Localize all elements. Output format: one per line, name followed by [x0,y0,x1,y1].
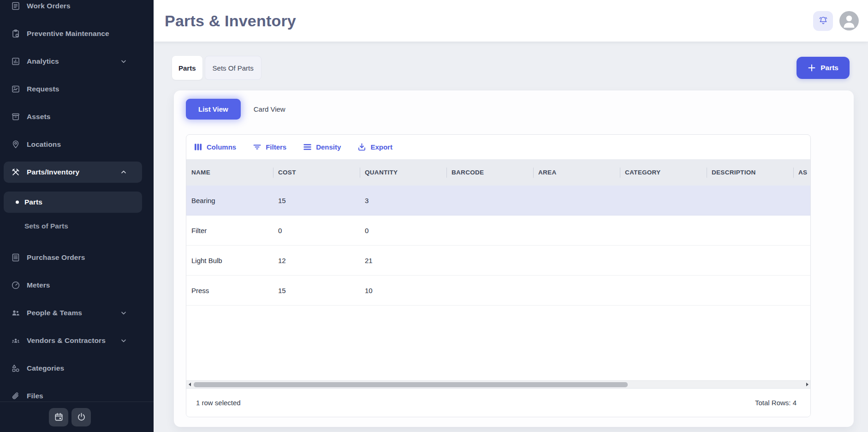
preventive-maintenance-icon [11,29,20,38]
cell-cost: 15 [273,287,360,294]
density-button[interactable]: Density [303,143,341,151]
sidebar-item-meters[interactable]: Meters [0,271,154,299]
table-header-row: NAME COST QUANTITY BARCODE AREA CATEGORY… [186,159,810,186]
sidebar-item-label: Meters [27,281,50,289]
chevron-down-icon [120,58,127,65]
column-header-cost[interactable]: COST [273,159,360,186]
header-actions [813,11,859,31]
cell-name: Press [186,287,273,294]
locations-icon [11,140,20,149]
requests-icon [11,84,20,94]
sidebar-item-analytics[interactable]: Analytics [0,48,154,75]
column-header-area[interactable]: AREA [533,159,620,186]
sidebar-item-assets[interactable]: Assets [0,103,154,131]
scrollbar-thumb[interactable] [194,382,628,387]
download-icon [357,143,366,151]
tab-label: Sets Of Parts [213,64,254,72]
list-view-button[interactable]: List View [186,99,241,120]
sidebar-item-people-teams[interactable]: People & Teams [0,299,154,327]
column-header-barcode[interactable]: BARCODE [446,159,533,186]
chevron-up-icon [120,168,127,176]
sidebar-item-locations[interactable]: Locations [0,131,154,158]
sidebar-item-label: Categories [27,364,64,372]
sidebar-item-vendors-contractors[interactable]: Vendors & Contractors [0,327,154,354]
density-label: Density [316,143,341,151]
horizontal-scrollbar [186,380,810,388]
sidebar-item-label: People & Teams [27,309,82,317]
tabs-row: Parts Sets Of Parts Parts [172,56,850,80]
filters-label: Filters [266,143,286,151]
tab-parts[interactable]: Parts [172,56,202,80]
table-body: Bearing 15 3 Filter 0 0 [186,186,810,306]
analytics-icon [11,57,20,66]
categories-icon [11,364,20,373]
assets-icon [11,112,20,121]
main-area: Parts & Inventory Parts Sets Of Parts [154,0,868,432]
power-button[interactable] [71,408,91,426]
parts-inventory-icon [11,168,20,177]
active-bullet-icon [16,201,19,204]
sidebar-item-requests[interactable]: Requests [0,75,154,103]
files-icon [11,391,20,401]
cell-cost: 12 [273,257,360,264]
sidebar-item-label: Assets [27,113,50,121]
sidebar-item-label: Preventive Maintenance [27,30,109,38]
scroll-right-arrow[interactable] [804,381,810,389]
column-header-asset-clipped[interactable]: AS [793,159,811,186]
sidebar-item-sets-of-parts[interactable]: Sets of Parts [0,216,154,236]
calendar-button[interactable] [49,408,68,426]
total-rows: Total Rows: 4 [755,399,797,407]
grid-footer: 1 row selected Total Rows: 4 [186,388,810,417]
sidebar-item-categories[interactable]: Categories [0,354,154,382]
sidebar-item-parts-inventory[interactable]: Parts/Inventory [4,162,142,183]
work-orders-icon [11,1,20,11]
page-title: Parts & Inventory [165,12,296,30]
columns-label: Columns [207,143,236,151]
meters-icon [11,281,20,290]
column-header-name[interactable]: NAME [186,159,273,186]
sidebar-footer [0,402,154,432]
cell-cost: 0 [273,227,360,234]
cell-quantity: 10 [360,287,446,294]
table-row-bearing[interactable]: Bearing 15 3 [186,186,810,216]
scrollbar-track[interactable] [193,381,804,389]
sidebar-item-label: Requests [27,85,59,93]
grid-toolbar: Columns Filters Density [186,135,810,159]
table-row-light-bulb[interactable]: Light Bulb 12 21 [186,246,810,276]
sidebar-item-label: Parts/Inventory [27,168,79,176]
parts-card: List View Card View Columns [174,90,854,427]
sidebar-item-parts[interactable]: Parts [4,192,142,213]
table-row-press[interactable]: Press 15 10 [186,276,810,306]
scroll-left-arrow[interactable] [186,381,193,389]
sidebar-item-purchase-orders[interactable]: Purchase Orders [0,244,154,271]
empty-rows-area [186,306,810,380]
person-icon [839,11,859,30]
add-button-label: Parts [820,64,838,72]
parts-data-grid: Columns Filters Density [186,134,811,417]
sidebar-item-label: Parts [24,198,42,206]
user-avatar[interactable] [839,11,859,30]
cell-name: Filter [186,227,273,234]
cell-cost: 15 [273,197,360,204]
tab-sets-of-parts[interactable]: Sets Of Parts [205,56,262,80]
sidebar-item-label: Files [27,392,43,400]
selection-status: 1 row selected [196,399,241,407]
export-button[interactable]: Export [357,143,392,151]
chevron-down-icon [120,337,127,344]
sidebar-item-label: Vendors & Contractors [27,336,106,345]
filters-button[interactable]: Filters [253,143,286,151]
column-header-description[interactable]: DESCRIPTION [707,159,793,186]
sidebar-nav: Work Orders Preventive Maintenance Analy… [0,0,154,410]
card-view-button[interactable]: Card View [241,99,298,120]
table-row-filter[interactable]: Filter 0 0 [186,216,810,246]
notifications-button[interactable] [813,11,833,31]
sidebar-item-preventive-maintenance[interactable]: Preventive Maintenance [0,20,154,48]
columns-icon [194,143,202,151]
sidebar-item-work-orders[interactable]: Work Orders [0,0,154,20]
column-header-category[interactable]: CATEGORY [620,159,707,186]
column-header-quantity[interactable]: QUANTITY [360,159,446,186]
add-parts-button[interactable]: Parts [797,57,850,79]
columns-button[interactable]: Columns [194,143,236,151]
content-area: Parts Sets Of Parts Parts List View Card… [154,42,868,432]
bell-icon [818,16,828,26]
